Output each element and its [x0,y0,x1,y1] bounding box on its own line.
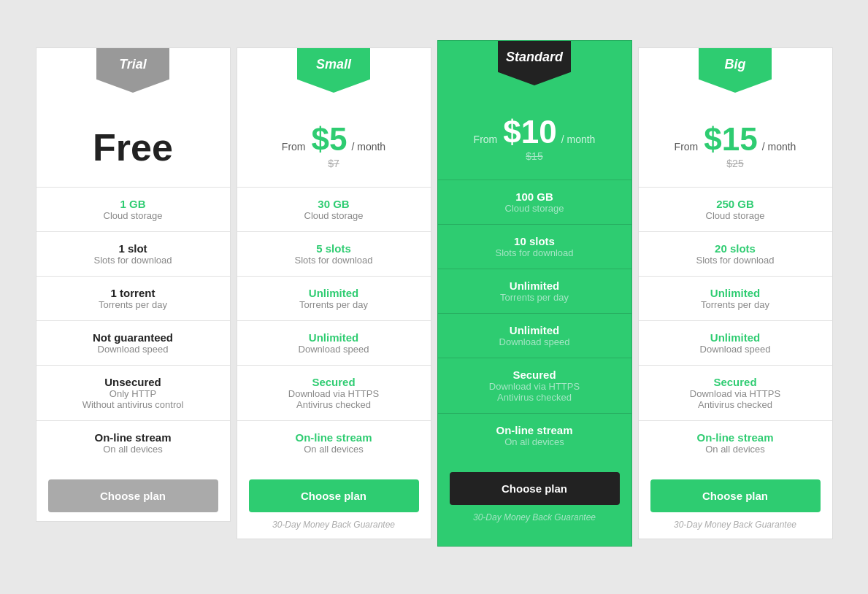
speed-value: Unlimited [249,331,419,344]
choose-plan-button-big[interactable]: Choose plan [650,479,821,512]
pricing-container: TrialFree1 GBCloud storage1 slotSlots fo… [33,47,836,547]
torrents-value: Unlimited [450,279,620,292]
speed-label0: Download speed [249,344,419,355]
choose-plan-button-standard[interactable]: Choose plan [450,472,620,505]
storage-value: 100 GB [450,190,620,203]
speed-trial: Not guaranteedDownload speed [37,320,230,365]
storage-label: Cloud storage [650,210,821,221]
slots-label0: Slots for download [650,255,821,266]
security-value: Secured [450,369,620,381]
speed-big: UnlimitedDownload speed [639,320,832,365]
stream-small: On-line streamOn all devices [237,420,431,465]
price-period: / month [351,141,385,153]
slots-trial: 1 slotSlots for download [37,231,230,276]
security-trial: UnsecuredOnly HTTPWithout antivirus cont… [37,365,230,420]
torrents-label0: Torrents per day [650,299,821,310]
speed-label0: Download speed [650,344,821,355]
speed-value: Unlimited [450,324,620,336]
price-main: $10 [503,114,556,150]
security-label1: Antivirus checked [450,392,620,403]
torrents-value: Unlimited [249,287,419,299]
torrents-label0: Torrents per day [450,292,620,303]
torrents-big: UnlimitedTorrents per day [639,276,832,320]
stream-value: On-line stream [48,431,218,444]
storage-value: 250 GB [650,198,821,210]
security-label0: Download via HTTPS [650,388,821,399]
stream-value: On-line stream [650,431,821,444]
security-value: Unsecured [48,376,218,388]
slots-value: 1 slot [48,242,218,255]
price-main: $5 [312,121,347,158]
security-label1: Antivirus checked [249,399,419,410]
speed-label0: Download speed [48,344,218,355]
guarantee-big: 30-Day Money Back Guarantee [674,520,796,530]
stream-trial: On-line streamOn all devices [37,420,230,465]
slots-small: 5 slotsSlots for download [237,231,431,276]
guarantee-standard: 30-Day Money Back Guarantee [473,512,596,522]
speed-small: UnlimitedDownload speed [237,320,431,365]
price-old: $25 [726,158,743,169]
plan-card-big: BigFrom$15/ month$25250 GBCloud storage2… [638,47,833,539]
price-period: / month [561,134,596,145]
price-period: / month [762,141,796,153]
stream-label0: On all devices [249,444,419,455]
plan-header-small: SmallFrom$5/ month$7 [237,48,431,187]
price-main: $15 [704,121,757,158]
plan-header-standard: StandardFrom$10/ month$15 [438,41,631,180]
price-from: From [675,141,699,153]
speed-standard: UnlimitedDownload speed [438,313,631,358]
torrents-label0: Torrents per day [249,299,419,310]
choose-plan-button-trial[interactable]: Choose plan [48,479,218,512]
plan-card-small: SmallFrom$5/ month$730 GBCloud storage5 … [237,47,431,539]
button-area-big: Choose plan30-Day Money Back Guarantee [639,465,832,539]
storage-label: Cloud storage [450,203,620,214]
slots-big: 20 slotsSlots for download [639,231,832,276]
price-old: $7 [328,158,339,169]
choose-plan-button-small[interactable]: Choose plan [249,479,419,512]
stream-standard: On-line streamOn all devices [438,413,631,458]
button-area-standard: Choose plan30-Day Money Back Guarantee [438,458,631,531]
slots-value: 5 slots [249,242,419,255]
speed-label0: Download speed [450,336,620,347]
slots-standard: 10 slotsSlots for download [438,224,631,269]
storage-row-small: 30 GBCloud storage [237,187,431,231]
security-big: SecuredDownload via HTTPSAntivirus check… [639,365,832,420]
button-area-small: Choose plan30-Day Money Back Guarantee [237,465,431,539]
storage-value: 30 GB [249,198,419,210]
slots-value: 20 slots [650,242,821,255]
storage-label: Cloud storage [249,210,419,221]
security-label0: Only HTTP [48,388,218,399]
price-row: From$10/ month [474,114,596,150]
torrents-value: 1 torrent [48,287,218,299]
torrents-trial: 1 torrentTorrents per day [37,276,230,320]
slots-label0: Slots for download [450,247,620,258]
button-area-trial: Choose plan [37,465,230,521]
slots-label0: Slots for download [249,255,419,266]
stream-big: On-line streamOn all devices [639,420,832,465]
price-from: From [282,141,306,153]
price-row: From$15/ month [675,121,796,158]
storage-value: 1 GB [48,198,218,210]
speed-value: Unlimited [650,331,821,344]
plan-card-standard: StandardFrom$10/ month$15100 GBCloud sto… [437,40,632,547]
plan-header-trial: TrialFree [37,48,230,187]
price-row: From$5/ month [282,121,385,158]
slots-label0: Slots for download [48,255,218,266]
price-free-label: Free [93,126,173,169]
security-small: SecuredDownload via HTTPSAntivirus check… [237,365,431,420]
plan-header-big: BigFrom$15/ month$25 [639,48,832,187]
security-value: Secured [249,376,419,388]
stream-label0: On all devices [48,444,218,455]
guarantee-small: 30-Day Money Back Guarantee [272,520,395,530]
storage-label: Cloud storage [48,210,218,221]
slots-value: 10 slots [450,235,620,247]
security-value: Secured [650,376,821,388]
security-label0: Download via HTTPS [450,381,620,392]
storage-row-trial: 1 GBCloud storage [37,187,230,231]
security-label1: Without antivirus control [48,399,218,410]
storage-row-big: 250 GBCloud storage [639,187,832,231]
torrents-standard: UnlimitedTorrents per day [438,269,631,313]
speed-value: Not guaranteed [48,331,218,344]
price-from: From [474,134,498,145]
price-old: $15 [526,150,542,162]
